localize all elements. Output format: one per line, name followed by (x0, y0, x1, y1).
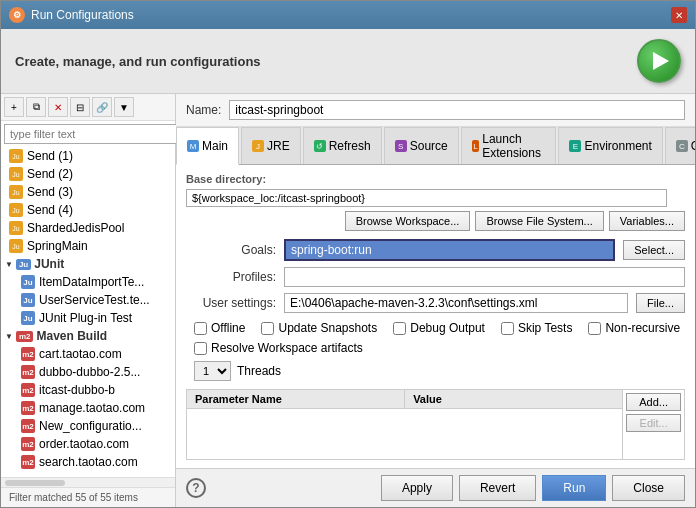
expand-button[interactable]: ▼ (114, 97, 134, 117)
right-panel: Name: M Main J JRE ↺ Refresh S (176, 94, 695, 507)
debug-output-checkbox[interactable] (393, 322, 406, 335)
run-configurations-dialog: ⚙ Run Configurations ✕ Create, manage, a… (0, 0, 696, 508)
list-item[interactable]: m2 search.taotao.com (1, 453, 175, 471)
tab-common[interactable]: C Common (665, 127, 695, 164)
source-tab-icon: S (395, 140, 407, 152)
list-item[interactable]: m2 New_configuratio... (1, 417, 175, 435)
maven-icon: m2 (21, 365, 35, 379)
list-item[interactable]: m2 itcast-dubbo-b (1, 381, 175, 399)
goals-input[interactable] (284, 239, 615, 261)
filter-status: Filter matched 55 of 55 items (1, 487, 175, 507)
item-label: Send (3) (27, 185, 73, 199)
item-label: itcast-dubbo-b (39, 383, 115, 397)
maven-icon: m2 (16, 331, 34, 342)
help-icon: ? (192, 481, 199, 495)
base-directory-value: ${workspace_loc:/itcast-springboot} (186, 189, 667, 207)
name-input[interactable] (229, 100, 685, 120)
run-fab-button[interactable] (637, 39, 681, 83)
list-item[interactable]: m2 cart.taotao.com (1, 345, 175, 363)
variables-button[interactable]: Variables... (609, 211, 685, 231)
select-goals-button[interactable]: Select... (623, 240, 685, 260)
browse-workspace-button[interactable]: Browse Workspace... (345, 211, 471, 231)
offline-label: Offline (211, 321, 245, 335)
tab-source[interactable]: S Source (384, 127, 459, 164)
threads-select[interactable]: 1 2 4 (194, 361, 231, 381)
send-icon: Ju (9, 185, 23, 199)
tabs-bar: M Main J JRE ↺ Refresh S Source L Laun (176, 127, 695, 165)
list-item[interactable]: Ju ItemDataImportTe... (1, 273, 175, 291)
junit-icon: Ju (21, 275, 35, 289)
collapse-all-button[interactable]: ⊟ (70, 97, 90, 117)
main-tab-icon: M (187, 140, 199, 152)
list-item[interactable]: Ju Send (4) (1, 201, 175, 219)
delete-button[interactable]: ✕ (48, 97, 68, 117)
threads-row: 1 2 4 Threads (186, 361, 685, 381)
list-item[interactable]: m2 dubbo-dubbo-2.5... (1, 363, 175, 381)
close-button[interactable]: Close (612, 475, 685, 501)
add-parameter-button[interactable]: Add... (626, 393, 681, 411)
list-item[interactable]: m2 order.taotao.com (1, 435, 175, 453)
base-directory-label: Base directory: (186, 173, 685, 185)
filter-input[interactable] (4, 124, 178, 144)
edit-parameter-button[interactable]: Edit... (626, 414, 681, 432)
tab-launch-label: Launch Extensions (482, 132, 545, 160)
user-settings-input[interactable] (284, 293, 628, 313)
jre-tab-icon: J (252, 140, 264, 152)
junit-icon: Ju (21, 293, 35, 307)
user-settings-label: User settings: (186, 296, 276, 310)
non-recursive-checkbox[interactable] (588, 322, 601, 335)
revert-button[interactable]: Revert (459, 475, 536, 501)
skip-tests-checkbox[interactable] (501, 322, 514, 335)
title-bar: ⚙ Run Configurations ✕ (1, 1, 695, 29)
tab-main[interactable]: M Main (176, 127, 239, 165)
send-icon: Ju (9, 149, 23, 163)
list-item[interactable]: m2 manage.taotao.com (1, 399, 175, 417)
browse-buttons-row: Browse Workspace... Browse File System..… (186, 211, 685, 231)
list-item[interactable]: Ju UserServiceTest.te... (1, 291, 175, 309)
link-editor-button[interactable]: 🔗 (92, 97, 112, 117)
update-snapshots-checkbox[interactable] (261, 322, 274, 335)
table-action-buttons: Add... Edit... (622, 390, 684, 459)
offline-checkbox[interactable] (194, 322, 207, 335)
list-item[interactable]: Ju JUnit Plug-in Test (1, 309, 175, 327)
dialog-body: + ⧉ ✕ ⊟ 🔗 ▼ Ju Send (1) Ju Send (2) (1, 94, 695, 507)
maven-icon: m2 (21, 419, 35, 433)
browse-filesystem-button[interactable]: Browse File System... (475, 211, 603, 231)
profiles-input[interactable] (284, 267, 685, 287)
tab-refresh-label: Refresh (329, 139, 371, 153)
item-label: search.taotao.com (39, 455, 138, 469)
list-item[interactable]: Ju Send (3) (1, 183, 175, 201)
close-icon[interactable]: ✕ (671, 7, 687, 23)
list-item[interactable]: Ju Send (2) (1, 165, 175, 183)
apply-button[interactable]: Apply (381, 475, 453, 501)
tab-refresh[interactable]: ↺ Refresh (303, 127, 382, 164)
file-button[interactable]: File... (636, 293, 685, 313)
resolve-workspace-checkbox-item: Resolve Workspace artifacts (194, 341, 685, 355)
name-label: Name: (186, 103, 221, 117)
resolve-workspace-checkbox[interactable] (194, 342, 207, 355)
list-item[interactable]: Ju Send (1) (1, 147, 175, 165)
maven-group-label[interactable]: ▼ m2 Maven Build (1, 327, 175, 345)
tab-environment[interactable]: E Environment (558, 127, 662, 164)
group-name: Maven Build (36, 329, 107, 343)
tab-source-label: Source (410, 139, 448, 153)
dialog-icon: ⚙ (9, 7, 25, 23)
item-label: Send (4) (27, 203, 73, 217)
value-header: Value (405, 390, 622, 408)
tab-jre[interactable]: J JRE (241, 127, 301, 164)
duplicate-button[interactable]: ⧉ (26, 97, 46, 117)
horizontal-scrollbar[interactable] (5, 480, 65, 486)
junit-group-label[interactable]: ▼ Ju JUnit (1, 255, 175, 273)
new-config-button[interactable]: + (4, 97, 24, 117)
list-item[interactable]: Ju SpringMain (1, 237, 175, 255)
list-item[interactable]: Ju ShardedJedisPool (1, 219, 175, 237)
base-directory-section: Base directory: ${workspace_loc:/itcast-… (186, 173, 685, 231)
help-button[interactable]: ? (186, 478, 206, 498)
item-label: Send (2) (27, 167, 73, 181)
maven-icon: m2 (21, 347, 35, 361)
run-button[interactable]: Run (542, 475, 606, 501)
tab-launch[interactable]: L Launch Extensions (461, 127, 557, 164)
tab-main-label: Main (202, 139, 228, 153)
item-label: JUnit Plug-in Test (39, 311, 132, 325)
help-section: ? (186, 475, 375, 501)
